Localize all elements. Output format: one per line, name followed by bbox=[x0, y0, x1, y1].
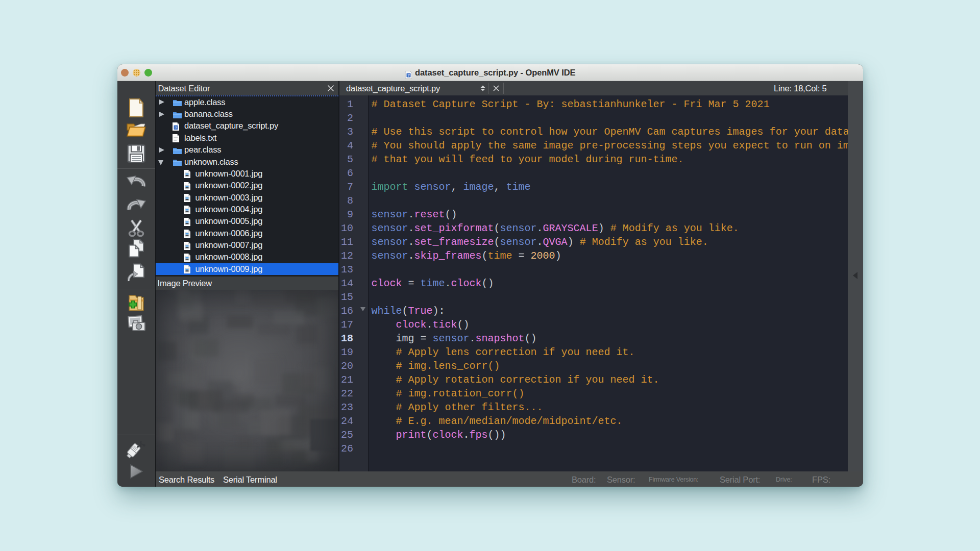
svg-text:?: ? bbox=[407, 73, 410, 78]
